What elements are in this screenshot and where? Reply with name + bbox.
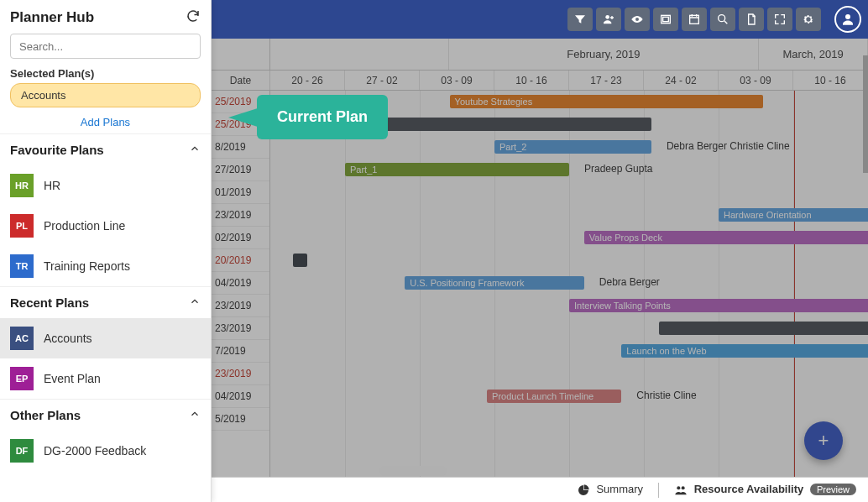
section-other-label: Other Plans [10,408,81,422]
plan-item-hr[interactable]: HRHR [0,165,211,206]
chevron-up-icon [189,408,201,422]
user-avatar[interactable] [834,6,861,33]
horizontal-scrollbar[interactable] [379,466,447,476]
sidebar: Planner Hub Selected Plan(s) Accounts Ad… [0,0,212,502]
search-input[interactable] [10,34,201,59]
plan-badge: TR [10,254,34,278]
expand-icon[interactable] [767,8,792,31]
layout-icon[interactable] [653,8,678,31]
add-fab[interactable]: + [804,421,843,460]
week-cell: 03 - 09 [420,71,494,90]
gantt-bar[interactable] [293,254,308,267]
calendar-icon[interactable] [682,8,707,31]
weeks-header: Date 20 - 2627 - 0203 - 0910 - 1617 - 23… [212,71,868,91]
svg-point-0 [605,15,609,19]
section-recent-label: Recent Plans [10,295,89,310]
section-other[interactable]: Other Plans [0,399,211,431]
date-column-header: Date [212,71,270,90]
gantt-bar[interactable]: Value Props Deck [584,231,868,244]
assignee-label: Pradeep Gupta [584,163,652,175]
plan-badge: AC [10,327,34,350]
bottom-bar: Summary Resource Availability Preview [212,477,868,502]
plan-label: Accounts [44,332,92,345]
svg-point-7 [682,486,685,489]
gantt-bar[interactable]: Youtube Strategies [450,95,764,108]
today-marker [794,91,795,477]
add-plans-link[interactable]: Add Plans [10,116,201,128]
section-recent[interactable]: Recent Plans [0,286,211,318]
plan-item-training-reports[interactable]: TRTraining Reports [0,246,211,286]
date-cell: 20/2019 [212,249,269,272]
week-cell: 10 - 16 [793,71,868,90]
date-cell: 04/2019 [212,272,269,295]
week-cell: 27 - 02 [345,71,420,90]
date-cell: 7/2019 [212,340,269,363]
filter-icon[interactable] [567,8,593,31]
gantt-chart[interactable]: Youtube StrategiesPart_2Debra Berger Chr… [270,91,868,477]
plan-label: Production Line [44,219,125,233]
summary-button[interactable]: Summary [577,483,643,497]
gantt-bar[interactable] [659,322,868,335]
gantt-bar[interactable]: U.S. Positioning Framework [405,276,584,290]
callout-current-plan: Current Plan [257,95,388,139]
date-cell: 02/2019 [212,227,269,249]
plan-item-dg-2000-feedback[interactable]: DFDG-2000 Feedback [0,431,211,471]
selected-plan-label: Selected Plan(s) [10,67,201,80]
eye-icon[interactable] [625,8,650,31]
user-add-icon[interactable] [596,8,621,31]
svg-rect-2 [663,17,669,21]
month-label: March, 2019 [759,39,868,70]
svg-point-4 [719,15,725,22]
gantt-bar[interactable]: Product Launch Timeline [487,390,621,403]
gantt-bar[interactable]: Part_1 [345,163,569,176]
date-cell: 01/2019 [212,181,269,204]
date-cell: 23/2019 [212,317,269,340]
svg-rect-3 [690,15,699,24]
plan-label: DG-2000 Feedback [44,444,146,458]
date-cell: 8/2019 [212,136,269,159]
date-cell: 04/2019 [212,385,269,408]
resource-availability-button[interactable]: Resource Availability Preview [674,483,856,497]
section-favourite-label: Favourite Plans [10,143,104,157]
plan-item-production-line[interactable]: PLProduction Line [0,206,211,246]
date-cell: 23/2019 [212,295,269,317]
gantt-bar[interactable]: Part_2 [494,140,651,154]
selected-plan-chip[interactable]: Accounts [10,83,201,107]
assignee-label: Debra Berger Christie Cline [667,140,790,152]
gantt-body[interactable]: 25/201925/20198/201927/201901/201923/201… [212,91,868,477]
sidebar-title: Planner Hub [10,9,94,26]
assignee-label: Christie Cline [636,390,696,401]
search-icon[interactable] [710,8,735,31]
plan-badge: DF [10,439,34,463]
date-cell: 23/2019 [212,204,269,227]
week-cell: 03 - 09 [719,71,793,90]
date-cell: 5/2019 [212,408,269,431]
plan-badge: HR [10,174,34,197]
plan-label: Training Reports [44,259,130,273]
svg-point-6 [677,486,680,489]
svg-point-5 [845,14,850,19]
date-column: 25/201925/20198/201927/201901/201923/201… [212,91,270,477]
week-cell: 10 - 16 [494,71,569,90]
search-input-wrap [10,34,201,59]
refresh-icon[interactable] [186,8,201,27]
document-icon[interactable] [739,8,764,31]
plan-item-event-plan[interactable]: EPEvent Plan [0,358,211,399]
preview-badge: Preview [810,484,856,495]
week-cell: 20 - 26 [270,71,345,90]
gantt-bar[interactable]: Launch on the Web [621,344,868,358]
chevron-up-icon [189,295,201,310]
gear-icon[interactable] [796,8,821,31]
month-label: February, 2019 [449,39,759,70]
gantt-bar[interactable]: Hardware Orientation [719,208,868,222]
section-favourite[interactable]: Favourite Plans [0,133,211,165]
plan-label: Event Plan [44,372,101,385]
date-cell: 27/2019 [212,159,269,181]
gantt-bar[interactable]: Interview Talking Points [569,299,868,312]
plan-badge: PL [10,214,34,238]
week-cell: 24 - 02 [644,71,719,90]
plan-item-accounts[interactable]: ACAccounts [0,318,211,358]
vertical-scrollbar[interactable] [863,55,868,173]
months-header: February, 2019 March, 2019 [212,39,868,71]
assignee-label: Debra Berger [599,276,660,288]
